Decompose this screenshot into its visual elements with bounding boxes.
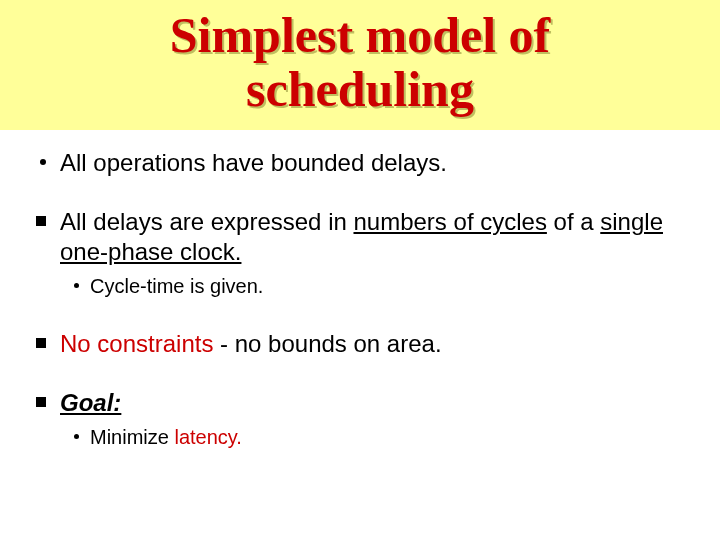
bullet-1-text: All operations have bounded delays. (60, 149, 447, 176)
bullet-2-ul1: numbers of cycles (353, 208, 546, 235)
bullet-item-4: Goal: Minimize latency. (28, 388, 692, 450)
title-line-2: scheduling (246, 61, 474, 117)
bullet-4-sub-pre: Minimize (90, 426, 174, 448)
bullet-item-1: All operations have bounded delays. (28, 148, 692, 177)
title-line-1: Simplest model of (170, 7, 551, 63)
bullet-4-goal: Goal: (60, 389, 121, 416)
bullet-2-sublist: Cycle-time is given. (60, 274, 692, 299)
bullet-2-sub-1: Cycle-time is given. (60, 274, 692, 299)
slide-title: Simplest model of scheduling (0, 8, 720, 116)
bullet-4-sub-red: latency. (174, 426, 241, 448)
bullet-2-sub-text: Cycle-time is given. (90, 275, 263, 297)
bullet-list: All operations have bounded delays. All … (28, 148, 692, 450)
bullet-4-sublist: Minimize latency. (60, 425, 692, 450)
bullet-3-post: - no bounds on area. (213, 330, 441, 357)
title-band: Simplest model of scheduling (0, 0, 720, 130)
bullet-3-red: No constraints (60, 330, 213, 357)
bullet-2-mid: of a (547, 208, 600, 235)
bullet-4-sub-1: Minimize latency. (60, 425, 692, 450)
bullet-item-3: No constraints - no bounds on area. (28, 329, 692, 358)
bullet-item-2: All delays are expressed in numbers of c… (28, 207, 692, 299)
slide-content: All operations have bounded delays. All … (0, 130, 720, 450)
bullet-2-pre: All delays are expressed in (60, 208, 353, 235)
